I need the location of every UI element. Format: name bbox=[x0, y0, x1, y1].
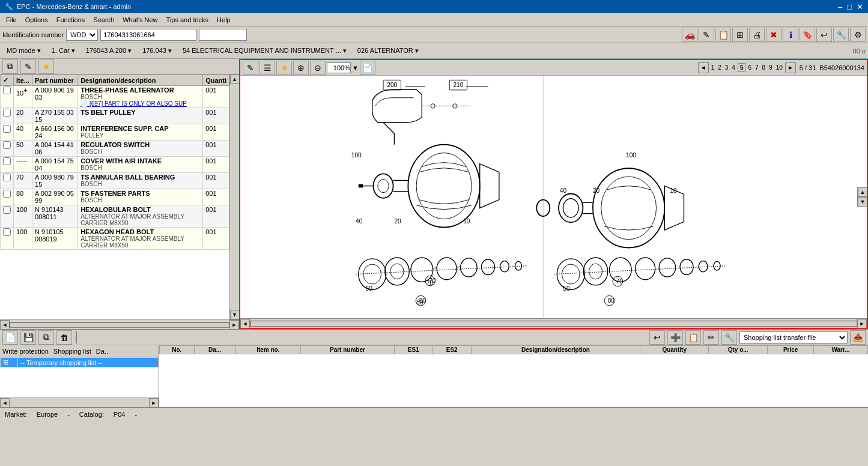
img-scroll-up[interactable]: ▲ bbox=[858, 187, 867, 197]
row-part-number[interactable]: A 002 990 05 99 bbox=[32, 189, 78, 205]
id-input[interactable] bbox=[100, 29, 196, 41]
page-1[interactable]: 1 bbox=[710, 64, 716, 71]
table-row[interactable]: 20A 270 155 03 15TS BELT PULLEY001 bbox=[1, 108, 229, 124]
part-link[interactable]: 📄 [697] PART IS ONLY OR ALSO SUP bbox=[80, 100, 200, 107]
row-checkbox[interactable] bbox=[1, 173, 14, 189]
nav-engine[interactable]: 176.043 ▾ bbox=[138, 45, 176, 56]
shopping-list-item[interactable]: ⊞ -- Temporary shopping list -- bbox=[1, 358, 159, 368]
copy-btn[interactable]: ⧉ bbox=[2, 59, 18, 74]
menu-help[interactable]: Help bbox=[213, 15, 234, 25]
transfer-file-select[interactable]: Shopping list transfer file bbox=[739, 331, 848, 343]
order-export-btn[interactable]: 📤 bbox=[850, 330, 866, 345]
nav-model[interactable]: 176043 A 200 ▾ bbox=[82, 45, 136, 56]
nav-electrical[interactable]: 54 ELECTRICAL EQUIPMENT AND INSTRUMENT .… bbox=[178, 45, 351, 56]
btm-del-btn[interactable]: 🗑 bbox=[56, 330, 72, 345]
table-row[interactable]: 10+A 000 906 19 03THREE-PHASE ALTERNATOR… bbox=[1, 86, 229, 108]
table-row[interactable]: 100N 910105 008019HEXAGON HEAD BOLTALTER… bbox=[1, 228, 229, 250]
shopping-scroll-h[interactable]: ◄ ► bbox=[0, 398, 159, 407]
img-list-btn[interactable]: ☰ bbox=[259, 61, 275, 75]
row-checkbox[interactable] bbox=[1, 141, 14, 157]
page-prev-btn[interactable]: ◄ bbox=[698, 62, 709, 73]
menu-whatsnew[interactable]: What's New bbox=[119, 15, 161, 25]
table-row[interactable]: 100N 910143 008011HEXALOBULAR BOLTALTERN… bbox=[1, 205, 229, 228]
arrow-icon-btn[interactable]: ↩ bbox=[816, 28, 832, 42]
row-checkbox[interactable] bbox=[1, 228, 14, 250]
zoom-input[interactable] bbox=[327, 62, 351, 73]
menu-options[interactable]: Options bbox=[22, 15, 52, 25]
shop-scroll-right[interactable]: ► bbox=[149, 398, 159, 408]
page-2[interactable]: 2 bbox=[717, 64, 723, 71]
table-row[interactable]: 80A 002 990 05 99TS FASTENER PARTSBOSCH0… bbox=[1, 189, 229, 205]
img-scroll-left[interactable]: ◄ bbox=[240, 319, 250, 328]
page-7[interactable]: 7 bbox=[754, 64, 760, 71]
page-5-current[interactable]: 5 bbox=[738, 63, 746, 72]
table-row[interactable]: 40A 660 156 00 24INTERFERENCE SUPP. CAPP… bbox=[1, 124, 229, 141]
minimize-button[interactable]: – bbox=[838, 2, 842, 11]
row-checkbox[interactable] bbox=[1, 108, 14, 124]
row-part-number[interactable]: A 270 155 03 15 bbox=[32, 108, 78, 124]
page-3[interactable]: 3 bbox=[724, 64, 730, 71]
parts-scroll-x[interactable]: ◄ ► bbox=[0, 319, 239, 329]
order-copy2-btn[interactable]: 📋 bbox=[685, 330, 701, 345]
row-checkbox[interactable] bbox=[1, 205, 14, 228]
menu-functions[interactable]: Functions bbox=[53, 15, 89, 25]
print-icon-btn[interactable]: 🖨 bbox=[749, 28, 765, 42]
img-edit-btn[interactable]: ✎ bbox=[243, 61, 258, 75]
table-row[interactable]: 70A 000 980 79 15TS ANNULAR BALL BEARING… bbox=[1, 173, 229, 189]
grid-icon-btn[interactable]: ⊞ bbox=[732, 28, 748, 42]
btm-doc-btn[interactable]: 📄 bbox=[2, 330, 18, 345]
delete-icon-btn[interactable]: ✖ bbox=[766, 28, 782, 42]
bookmark-icon-btn[interactable]: 🔖 bbox=[800, 28, 815, 42]
car-icon-btn[interactable]: 🚗 bbox=[682, 28, 697, 42]
scroll-right-btn[interactable]: ► bbox=[229, 320, 239, 330]
close-button[interactable]: ✕ bbox=[857, 2, 863, 11]
catalog-icon-btn[interactable]: 📋 bbox=[715, 28, 731, 42]
order-tool-btn[interactable]: 🔧 bbox=[721, 330, 737, 345]
scroll-up-btn[interactable]: ▲ bbox=[230, 74, 240, 84]
star-btn[interactable]: ★ bbox=[38, 59, 54, 74]
menu-tips[interactable]: Tips and tricks bbox=[163, 15, 213, 25]
page-next-btn[interactable]: ► bbox=[785, 62, 796, 73]
nav-md-mode[interactable]: MD mode ▾ bbox=[2, 45, 45, 56]
row-part-number[interactable]: N 910143 008011 bbox=[32, 205, 78, 228]
page-8[interactable]: 8 bbox=[761, 64, 767, 71]
menu-search[interactable]: Search bbox=[90, 15, 118, 25]
row-part-number[interactable]: A 004 154 41 06 bbox=[32, 141, 78, 157]
menu-file[interactable]: File bbox=[2, 15, 20, 25]
table-row[interactable]: 50A 004 154 41 06REGULATOR SWITCHBOSCH00… bbox=[1, 141, 229, 157]
zoom-dropdown-btn[interactable]: ▼ bbox=[352, 64, 359, 71]
order-add-btn[interactable]: ➕ bbox=[667, 330, 683, 345]
nav-car[interactable]: 1. Car ▾ bbox=[47, 45, 79, 56]
wdd-select[interactable]: WDD WDB WDC bbox=[66, 29, 98, 41]
page-10[interactable]: 10 bbox=[775, 64, 784, 71]
scroll-down-btn[interactable]: ▼ bbox=[230, 310, 240, 319]
titlebar-controls[interactable]: – □ ✕ bbox=[838, 2, 863, 11]
page-6[interactable]: 6 bbox=[747, 64, 753, 71]
row-checkbox[interactable] bbox=[1, 189, 14, 205]
row-checkbox[interactable] bbox=[1, 124, 14, 141]
parts-scrollbar[interactable]: ▲ ▼ bbox=[229, 74, 239, 319]
row-part-number[interactable]: A 660 156 00 24 bbox=[32, 124, 78, 141]
page-9[interactable]: 9 bbox=[768, 64, 774, 71]
row-checkbox[interactable] bbox=[1, 157, 14, 173]
img-zoomout-btn[interactable]: ⊖ bbox=[310, 61, 326, 75]
img-scroll-down[interactable]: ▼ bbox=[858, 197, 867, 207]
table-row[interactable]: -----A 000 154 75 04COVER WITH AIR INTAK… bbox=[1, 157, 229, 173]
image-scrollbar-v[interactable]: ▲ ▼ bbox=[857, 187, 867, 207]
info-icon-btn[interactable]: ℹ bbox=[783, 28, 798, 42]
row-part-number[interactable]: A 000 980 79 15 bbox=[32, 173, 78, 189]
extra-icon-btn[interactable]: ⚙ bbox=[850, 28, 866, 42]
image-scrollbar-h[interactable]: ◄ ► bbox=[240, 318, 867, 328]
edit-part-btn[interactable]: ✎ bbox=[20, 59, 36, 74]
maximize-button[interactable]: □ bbox=[847, 2, 852, 11]
btm-copy-btn[interactable]: ⧉ bbox=[38, 330, 54, 345]
img-zoomin-btn[interactable]: ⊕ bbox=[293, 61, 309, 75]
page-4[interactable]: 4 bbox=[730, 64, 736, 71]
row-part-number[interactable]: A 000 154 75 04 bbox=[32, 157, 78, 173]
img-print-btn[interactable]: 📄 bbox=[360, 61, 375, 75]
img-scroll-right[interactable]: ► bbox=[857, 319, 867, 328]
scroll-left-btn[interactable]: ◄ bbox=[0, 320, 10, 330]
row-part-number[interactable]: N 910105 008019 bbox=[32, 228, 78, 250]
img-star-btn[interactable]: ★ bbox=[276, 61, 292, 75]
order-undo-btn[interactable]: ↩ bbox=[649, 330, 665, 345]
